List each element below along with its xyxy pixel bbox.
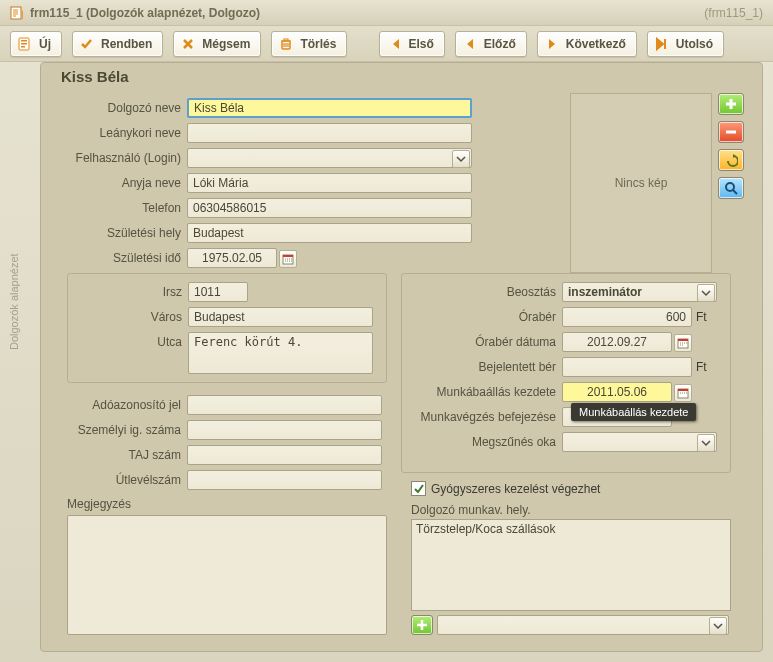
cancel-button[interactable]: Mégsem — [173, 31, 261, 57]
idcard-input[interactable] — [187, 420, 382, 440]
svg-rect-0 — [11, 7, 21, 19]
regwage-input[interactable] — [562, 357, 692, 377]
label-phone: Telefon — [67, 201, 187, 215]
svg-rect-8 — [283, 255, 293, 257]
add-worksite-button[interactable] — [411, 615, 433, 635]
window-title-right: (frm115_1) — [704, 6, 763, 20]
wagedate-input[interactable] — [562, 332, 672, 352]
last-button[interactable]: Utolsó — [647, 31, 724, 57]
label-birthdate: Születési idő — [67, 251, 187, 265]
login-combo[interactable] — [187, 148, 472, 168]
prev-label: Előző — [484, 37, 516, 51]
form-icon — [10, 6, 24, 20]
calendar-icon[interactable] — [279, 250, 297, 268]
new-icon — [17, 36, 33, 52]
label-maiden: Leánykori neve — [67, 126, 187, 140]
image-side-buttons — [718, 93, 746, 199]
cancel-label: Mégsem — [202, 37, 250, 51]
maiden-input[interactable] — [187, 123, 472, 143]
label-med: Gyógyszeres kezelést végezhet — [431, 482, 600, 496]
calendar-icon[interactable] — [674, 334, 692, 352]
svg-point-6 — [726, 183, 734, 191]
no-image-text: Nincs kép — [615, 176, 668, 190]
regwage-currency: Ft — [696, 360, 707, 374]
label-idcard: Személyi ig. száma — [67, 423, 187, 437]
record-title: Kiss Béla — [61, 68, 129, 85]
position-value: inszeminátor — [568, 285, 642, 299]
label-endreason: Megszűnés oka — [402, 435, 562, 449]
passport-input[interactable] — [187, 470, 382, 490]
delete-label: Törlés — [300, 37, 336, 51]
name-input[interactable] — [187, 98, 472, 118]
next-label: Következő — [566, 37, 626, 51]
mother-input[interactable] — [187, 173, 472, 193]
delete-button[interactable]: Törlés — [271, 31, 347, 57]
label-startwork: Munkábaállás kezdete — [402, 385, 562, 399]
trash-icon — [278, 36, 294, 52]
tax-input[interactable] — [187, 395, 382, 415]
x-icon — [180, 36, 196, 52]
check-icon — [79, 36, 95, 52]
next-button[interactable]: Következő — [537, 31, 637, 57]
svg-rect-10 — [678, 339, 688, 341]
window-header: frm115_1 (Dolgozók alapnézet, Dolgozo) (… — [0, 0, 773, 26]
chevron-down-icon — [709, 617, 727, 635]
label-endwork: Munkavégzés befejezése — [402, 410, 562, 424]
worksite-add-combo[interactable] — [437, 615, 729, 635]
last-label: Utolsó — [676, 37, 713, 51]
taj-input[interactable] — [187, 445, 382, 465]
first-label: Első — [408, 37, 433, 51]
label-tax: Adóazonosító jel — [67, 398, 187, 412]
wage-currency: Ft — [696, 310, 707, 324]
side-orientation-text: Dolgozók alapnézet — [8, 253, 20, 350]
remove-image-button[interactable] — [718, 121, 744, 143]
form-panel: Kiss Béla Nincs kép Dolgozó neve Leányko… — [40, 62, 763, 652]
ok-button[interactable]: Rendben — [72, 31, 163, 57]
worksite-list[interactable]: Törzstelep/Koca szállások — [411, 519, 731, 611]
label-login: Felhasználó (Login) — [67, 151, 187, 165]
chevron-down-icon — [697, 434, 715, 452]
first-button[interactable]: Első — [379, 31, 444, 57]
startwork-input[interactable] — [562, 382, 672, 402]
label-name: Dolgozó neve — [67, 101, 187, 115]
note-input[interactable] — [67, 515, 387, 635]
new-label: Új — [39, 37, 51, 51]
svg-rect-4 — [21, 46, 25, 48]
last-icon — [654, 36, 670, 52]
phone-input[interactable] — [187, 198, 472, 218]
add-image-button[interactable] — [718, 93, 744, 115]
city-input[interactable] — [188, 307, 373, 327]
wage-input[interactable] — [562, 307, 692, 327]
birthdate-input[interactable] — [187, 248, 277, 268]
position-combo[interactable]: inszeminátor — [562, 282, 717, 302]
image-placeholder: Nincs kép — [570, 93, 712, 273]
prev-icon — [462, 36, 478, 52]
label-mother: Anyja neve — [67, 176, 187, 190]
first-icon — [386, 36, 402, 52]
street-input[interactable] — [188, 332, 373, 374]
worksite-item[interactable]: Törzstelep/Koca szállások — [416, 522, 726, 536]
window-title: frm115_1 (Dolgozók alapnézet, Dolgozo) — [30, 6, 260, 20]
med-checkbox[interactable] — [411, 481, 426, 496]
address-group: Irsz Város Utca — [67, 273, 387, 383]
zoom-image-button[interactable] — [718, 177, 744, 199]
birthplace-input[interactable] — [187, 223, 472, 243]
chevron-down-icon — [697, 284, 715, 302]
label-note: Megjegyzés — [67, 497, 137, 511]
label-regwage: Bejelentett bér — [402, 360, 562, 374]
label-zip: Irsz — [68, 285, 188, 299]
employment-group: Beosztás inszeminátor Órabér Ft Órabér d… — [401, 273, 731, 473]
endreason-combo[interactable] — [562, 432, 717, 452]
chevron-down-icon — [452, 150, 470, 168]
prev-button[interactable]: Előző — [455, 31, 527, 57]
label-worksite: Dolgozó munkav. hely. — [411, 503, 537, 517]
ok-label: Rendben — [101, 37, 152, 51]
undo-image-button[interactable] — [718, 149, 744, 171]
calendar-icon[interactable] — [674, 384, 692, 402]
label-position: Beosztás — [402, 285, 562, 299]
label-wagedate: Órabér dátuma — [402, 335, 562, 349]
svg-rect-3 — [21, 43, 27, 45]
new-button[interactable]: Új — [10, 31, 62, 57]
zip-input[interactable] — [188, 282, 248, 302]
next-icon — [544, 36, 560, 52]
